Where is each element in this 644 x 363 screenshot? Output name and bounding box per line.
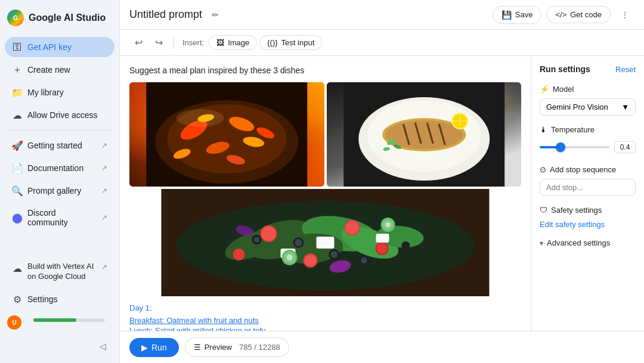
user-profile-row: U: [0, 311, 119, 334]
stop-sequence-label: ⊙ Add stop sequence: [540, 165, 636, 174]
temperature-slider-container: 0.4: [540, 139, 636, 156]
prompt-title: Untitled prompt: [129, 8, 202, 21]
sidebar-item-discord[interactable]: ⬤ Discord community ↗: [5, 203, 114, 232]
discord-label: Discord community: [27, 208, 97, 227]
get-code-label: Get code: [570, 10, 602, 19]
sidebar-item-my-library[interactable]: 📁 My library: [5, 82, 114, 103]
api-key-label: Get API key: [27, 42, 72, 52]
vertex-icon: ☁: [12, 263, 23, 274]
edit-safety-link[interactable]: Edit safety settings: [540, 220, 605, 229]
run-label: Run: [151, 343, 167, 352]
images-grid: [129, 82, 521, 296]
stop-icon: ⊙: [540, 165, 546, 174]
svg-point-39: [346, 221, 359, 234]
discord-icon: ⬤: [12, 212, 23, 223]
panel-header: Run settings Reset: [531, 56, 644, 80]
app-logo: G Google AI Studio: [0, 0, 119, 36]
svg-point-11: [176, 109, 224, 127]
sidebar-item-settings[interactable]: ⚙ Settings: [5, 289, 114, 309]
image-icon: 🖼: [216, 38, 224, 47]
test-input-label: Test input: [281, 38, 315, 47]
food-image-2: [327, 82, 522, 187]
stop-sequence-section: ⊙ Add stop sequence: [531, 160, 644, 201]
docs-label: Documentation: [27, 163, 83, 173]
progress-bar-bg: [26, 318, 112, 327]
svg-rect-47: [376, 234, 389, 243]
dropdown-arrow-icon: ▼: [621, 103, 629, 111]
model-icon: ⚡: [540, 85, 549, 94]
reset-button[interactable]: Reset: [615, 65, 636, 74]
food-image-1: [129, 82, 324, 187]
svg-point-53: [361, 257, 367, 263]
insert-test-input-button[interactable]: {()} Test input: [259, 35, 322, 50]
content-area: Suggest a meal plan inspired by these 3 …: [120, 56, 644, 331]
sidebar-spacer: [0, 233, 119, 256]
sidebar-item-getting-started[interactable]: 🚀 Getting started ↗: [5, 135, 114, 156]
external-link-icon-4: ↗: [101, 213, 107, 222]
model-label: ⚡ Model: [540, 85, 636, 94]
token-count: 785 / 12288: [239, 343, 280, 352]
temperature-slider[interactable]: [540, 146, 609, 148]
undo-button[interactable]: ↩: [129, 34, 147, 52]
app-name: Google AI Studio: [29, 13, 106, 23]
day-label: Day 1:: [129, 303, 521, 312]
drive-icon: ☁: [12, 110, 23, 120]
external-link-icon-1: ↗: [101, 141, 107, 150]
getting-started-icon: 🚀: [12, 140, 23, 151]
collapse-sidebar-button[interactable]: ◁: [95, 339, 110, 353]
food-image-3: [129, 189, 521, 296]
thermometer-icon: 🌡: [540, 125, 547, 134]
model-section: ⚡ Model Gemini Pro Vision ▼: [531, 80, 644, 120]
shield-icon: 🛡: [540, 206, 547, 215]
toolbar-divider: [174, 37, 174, 49]
preview-label: Preview: [205, 343, 232, 352]
external-link-icon-2: ↗: [101, 164, 107, 172]
get-code-button[interactable]: </> Get code: [546, 6, 611, 23]
drive-label: Allow Drive access: [27, 110, 97, 120]
sidebar-item-api-key[interactable]: ⚿ Get API key: [5, 37, 114, 57]
prompt-area[interactable]: Suggest a meal plan inspired by these 3 …: [120, 56, 531, 331]
getting-started-label: Getting started: [27, 141, 82, 150]
model-select[interactable]: Gemini Pro Vision ▼: [540, 98, 636, 116]
svg-point-43: [377, 243, 388, 254]
svg-point-51: [331, 251, 338, 258]
advanced-settings-toggle[interactable]: ▾ Advanced settings: [531, 234, 644, 252]
bottom-bar: ▶ Run ☰ Preview 785 / 12288: [120, 331, 644, 363]
chevron-icon: ▾: [540, 239, 543, 247]
sidebar-item-build-vertex[interactable]: ☁ Build with Vertex AI on Google Cloud ↗: [5, 257, 114, 287]
insert-label: Insert:: [180, 38, 206, 47]
stop-sequence-input[interactable]: [540, 179, 636, 196]
settings-label: Settings: [27, 294, 58, 304]
settings-icon: ⚙: [12, 294, 23, 305]
gallery-icon: 🔍: [12, 185, 23, 196]
more-options-button[interactable]: ⋮: [615, 5, 634, 24]
redo-button[interactable]: ↪: [150, 34, 168, 52]
sidebar-item-prompt-gallery[interactable]: 🔍 Prompt gallery ↗: [5, 181, 114, 201]
run-icon: ▶: [141, 343, 148, 352]
create-new-icon: ＋: [12, 64, 23, 75]
preview-button[interactable]: ☰ Preview 785 / 12288: [185, 337, 289, 357]
sidebar-item-allow-drive[interactable]: ☁ Allow Drive access: [5, 105, 114, 125]
insert-image-button[interactable]: 🖼 Image: [209, 35, 257, 50]
gallery-label: Prompt gallery: [27, 186, 81, 196]
run-button[interactable]: ▶ Run: [129, 338, 179, 357]
meal-1[interactable]: Breakfast: Oatmeal with fruit and nuts: [129, 316, 521, 325]
slider-thumb: [556, 142, 565, 152]
external-link-icon-5: ↗: [101, 263, 107, 271]
svg-point-44: [233, 249, 245, 260]
temperature-label: 🌡 Temperature: [540, 125, 636, 134]
main-panel: Untitled prompt ✏ 💾 Save </> Get code ⋮ …: [119, 0, 644, 363]
create-new-label: Create new: [27, 65, 70, 75]
right-panel: Run settings Reset ⚡ Model Gemini Pro Vi…: [531, 56, 644, 331]
sidebar-item-documentation[interactable]: 📄 Documentation ↗: [5, 158, 114, 178]
avatar: U: [7, 315, 21, 330]
sidebar-divider-1: [7, 130, 112, 131]
meal-2[interactable]: Lunch: Salad with grilled chicken or tof…: [129, 326, 521, 331]
docs-icon: 📄: [12, 163, 23, 173]
run-settings-title: Run settings: [540, 64, 590, 74]
temperature-section: 🌡 Temperature 0.4: [531, 120, 644, 160]
svg-point-56: [402, 241, 410, 250]
save-button[interactable]: 💾 Save: [493, 6, 542, 24]
sidebar-item-create-new[interactable]: ＋ Create new: [5, 60, 114, 80]
edit-title-button[interactable]: ✏: [207, 7, 224, 23]
